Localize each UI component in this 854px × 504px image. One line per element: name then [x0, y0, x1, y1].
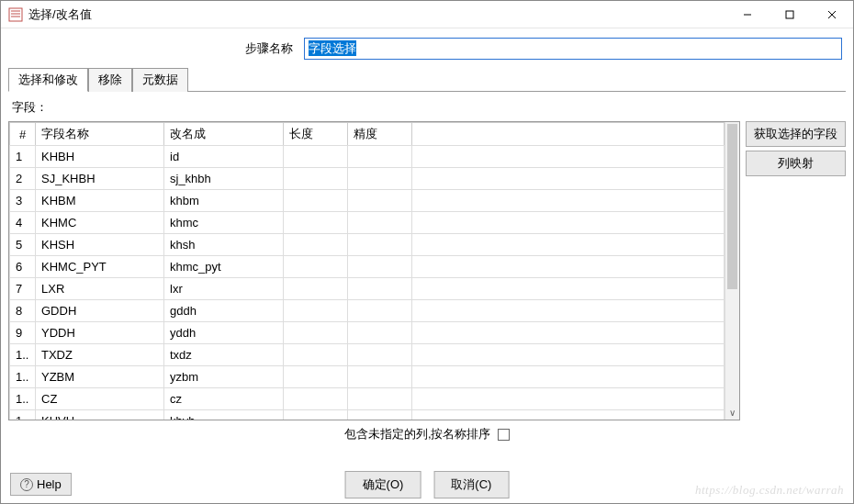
dialog-footer: ? Help 确定(O) 取消(C): [1, 473, 853, 496]
row-rename[interactable]: khvh: [164, 410, 284, 420]
tab-metadata[interactable]: 元数据: [132, 68, 188, 92]
table-row[interactable]: 7LXRlxr: [10, 278, 725, 300]
row-rename[interactable]: khmc: [164, 212, 284, 234]
step-name-input[interactable]: 字段选择: [304, 38, 842, 60]
col-length[interactable]: 长度: [284, 123, 348, 146]
row-fieldname[interactable]: SJ_KHBH: [36, 168, 164, 190]
row-length[interactable]: [284, 300, 348, 322]
fields-heading: 字段：: [8, 97, 846, 121]
row-rename[interactable]: cz: [164, 388, 284, 410]
include-unspecified-checkbox[interactable]: [498, 429, 510, 441]
row-idx: 3: [10, 190, 36, 212]
row-fieldname[interactable]: KHSH: [36, 234, 164, 256]
close-button[interactable]: [811, 1, 853, 28]
row-idx: 5: [10, 234, 36, 256]
row-precision[interactable]: [348, 256, 412, 278]
row-length[interactable]: [284, 234, 348, 256]
get-selected-fields-button[interactable]: 获取选择的字段: [746, 121, 846, 147]
svg-rect-0: [9, 8, 22, 21]
col-precision[interactable]: 精度: [348, 123, 412, 146]
row-length[interactable]: [284, 388, 348, 410]
table-row[interactable]: 1..YZBMyzbm: [10, 366, 725, 388]
row-length[interactable]: [284, 190, 348, 212]
row-length[interactable]: [284, 366, 348, 388]
row-length[interactable]: [284, 344, 348, 366]
row-length[interactable]: [284, 278, 348, 300]
row-precision[interactable]: [348, 344, 412, 366]
titlebar: 选择/改名值: [1, 1, 853, 28]
row-length[interactable]: [284, 410, 348, 420]
row-precision[interactable]: [348, 212, 412, 234]
table-row[interactable]: 1..TXDZtxdz: [10, 344, 725, 366]
row-fieldname[interactable]: GDDH: [36, 300, 164, 322]
row-fieldname[interactable]: KHBH: [36, 146, 164, 168]
row-idx: 1: [10, 146, 36, 168]
help-button[interactable]: ? Help: [10, 473, 72, 496]
tab-select-modify[interactable]: 选择和修改: [8, 68, 88, 92]
row-rename[interactable]: yddh: [164, 322, 284, 344]
row-fieldname[interactable]: KHMC_PYT: [36, 256, 164, 278]
row-fieldname[interactable]: YZBM: [36, 366, 164, 388]
tabs: 选择和修改 移除 元数据: [1, 67, 853, 91]
row-fieldname[interactable]: CZ: [36, 388, 164, 410]
row-fieldname[interactable]: KHBM: [36, 190, 164, 212]
row-precision[interactable]: [348, 278, 412, 300]
col-fieldname[interactable]: 字段名称: [36, 123, 164, 146]
row-fieldname[interactable]: KHMC: [36, 212, 164, 234]
table-row[interactable]: 1KHVHkhvh: [10, 410, 725, 420]
row-rename[interactable]: gddh: [164, 300, 284, 322]
app-icon: [8, 7, 23, 22]
row-rename[interactable]: id: [164, 146, 284, 168]
table-row[interactable]: 5KHSHkhsh: [10, 234, 725, 256]
row-precision[interactable]: [348, 322, 412, 344]
ok-button[interactable]: 确定(O): [345, 471, 421, 498]
row-fieldname[interactable]: YDDH: [36, 322, 164, 344]
row-precision[interactable]: [348, 388, 412, 410]
row-precision[interactable]: [348, 190, 412, 212]
fields-table-body[interactable]: 1KHBHid2SJ_KHBHsj_khbh3KHBMkhbm4KHMCkhmc…: [9, 145, 725, 420]
table-row[interactable]: 3KHBMkhbm: [10, 190, 725, 212]
row-rename[interactable]: lxr: [164, 278, 284, 300]
col-hash[interactable]: #: [10, 123, 36, 146]
table-row[interactable]: 6KHMC_PYTkhmc_pyt: [10, 256, 725, 278]
row-precision[interactable]: [348, 146, 412, 168]
row-length[interactable]: [284, 256, 348, 278]
row-fieldname[interactable]: TXDZ: [36, 344, 164, 366]
row-rename[interactable]: khbm: [164, 190, 284, 212]
row-precision[interactable]: [348, 410, 412, 420]
minimize-button[interactable]: [726, 1, 769, 28]
row-precision[interactable]: [348, 168, 412, 190]
row-rename[interactable]: sj_khbh: [164, 168, 284, 190]
row-fieldname[interactable]: LXR: [36, 278, 164, 300]
row-length[interactable]: [284, 322, 348, 344]
row-precision[interactable]: [348, 366, 412, 388]
row-length[interactable]: [284, 212, 348, 234]
row-rename[interactable]: khmc_pyt: [164, 256, 284, 278]
table-row[interactable]: 1KHBHid: [10, 146, 725, 168]
scroll-down-icon[interactable]: ∨: [725, 405, 739, 420]
scroll-thumb[interactable]: [727, 124, 737, 289]
row-fieldname[interactable]: KHVH: [36, 410, 164, 420]
row-length[interactable]: [284, 146, 348, 168]
vertical-scrollbar[interactable]: ∧ ∨: [725, 122, 739, 420]
row-rename[interactable]: khsh: [164, 234, 284, 256]
row-idx: 2: [10, 168, 36, 190]
row-rename[interactable]: yzbm: [164, 366, 284, 388]
maximize-button[interactable]: [769, 1, 811, 28]
row-precision[interactable]: [348, 300, 412, 322]
side-buttons: 获取选择的字段 列映射: [746, 121, 846, 420]
tab-remove[interactable]: 移除: [88, 68, 132, 92]
table-row[interactable]: 9YDDHyddh: [10, 322, 725, 344]
row-length[interactable]: [284, 168, 348, 190]
column-mapping-button[interactable]: 列映射: [746, 151, 846, 176]
fields-table[interactable]: # 字段名称 改名成 长度 精度 1KHBHid2SJ_KHBHsj_khbh3…: [8, 121, 740, 420]
row-precision[interactable]: [348, 234, 412, 256]
table-row[interactable]: 4KHMCkhmc: [10, 212, 725, 234]
row-rename[interactable]: txdz: [164, 344, 284, 366]
table-row[interactable]: 1..CZcz: [10, 388, 725, 410]
include-unspecified-row: 包含未指定的列,按名称排序: [8, 420, 846, 454]
table-row[interactable]: 2SJ_KHBHsj_khbh: [10, 168, 725, 190]
table-row[interactable]: 8GDDHgddh: [10, 300, 725, 322]
col-rename[interactable]: 改名成: [164, 123, 284, 146]
cancel-button[interactable]: 取消(C): [433, 471, 509, 498]
